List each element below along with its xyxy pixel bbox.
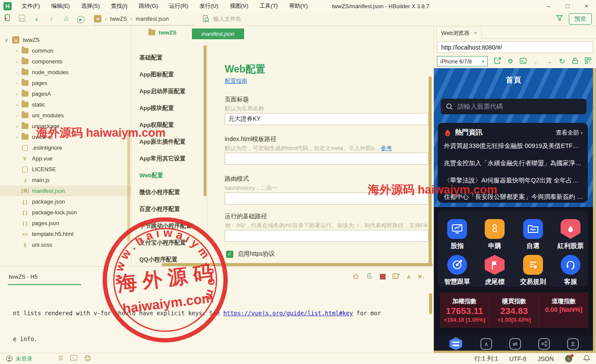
tree-item-components[interactable]: ›components [0, 56, 131, 67]
tree-item-node-modules[interactable]: ›node_modules [0, 67, 131, 78]
section-web-config[interactable]: Web配置 [139, 172, 163, 179]
menu-help[interactable]: 帮助(Y) [283, 0, 313, 12]
tree-item-uni-scss[interactable]: §uni.scss [0, 239, 131, 250]
tree-item-uview-ui[interactable]: ›uview-ui [0, 132, 131, 142]
update-download-icon[interactable]: ↓ [565, 355, 572, 362]
form-scrollbar[interactable] [429, 76, 432, 279]
minimize-button[interactable]: – [539, 0, 558, 12]
news-item[interactable]: 兆豐金控加入「永續金融先行者聯盟」為國家淨零轉... [444, 159, 583, 167]
unlock-icon[interactable] [568, 57, 581, 65]
index-otc[interactable]: 櫃買指數 234.83 +1.00[0.43%] [489, 292, 539, 328]
grid-item-smart-follow[interactable]: 智慧跟單 [438, 255, 477, 286]
tree-item-package-lock-json[interactable]: [ ]package-lock.json [0, 207, 131, 218]
section-weixin-mp[interactable]: 微信小程序配置 [139, 188, 180, 196]
star-icon[interactable]: ☆ [59, 14, 73, 23]
section-app-splash[interactable]: App启动界面配置 [139, 88, 185, 95]
tree-item-pagesA[interactable]: ›pagesA [0, 88, 131, 99]
grid-item-dividend-stocks[interactable]: 紅利股票 [551, 219, 590, 250]
checkbox-checked-icon[interactable]: ✓ [226, 251, 233, 258]
chevron-right-icon[interactable]: › [14, 102, 20, 108]
preview-button[interactable]: 预览 [569, 13, 592, 25]
tree-item-license[interactable]: LICENSE [0, 164, 131, 175]
section-qq-mp[interactable]: QQ小程序配置 [139, 256, 178, 264]
news-item[interactable]: 〈華擎法說〉AI伺服器最快明年Q2出貨 全年占伺服... [444, 176, 583, 185]
breadcrumb-file[interactable]: manifest.json [136, 16, 169, 22]
web-clip-icon[interactable] [84, 355, 91, 363]
page-title-input[interactable] [225, 113, 429, 125]
device-selector[interactable]: iPhone 6/7/8▾ [437, 56, 488, 66]
close-panel-icon[interactable]: ✕↓ [418, 273, 425, 280]
chevron-right-icon[interactable]: › [14, 80, 20, 86]
tab-manifest-json[interactable]: manifest.json [192, 28, 244, 39]
menu-publish[interactable]: 发行(U) [194, 0, 224, 12]
outline-list-icon[interactable]: ☰ [58, 355, 63, 363]
tree-item-pages-json[interactable]: [ ]pages.json [0, 218, 131, 229]
chevron-right-icon[interactable]: › [14, 59, 20, 65]
chevron-right-icon[interactable]: › [14, 48, 20, 54]
https-checkbox-row[interactable]: ✓ 启用https协议 [226, 250, 275, 258]
menu-run[interactable]: 运行(R) [163, 0, 194, 12]
section-alipay-mp[interactable]: 支付宝小程序配置 [139, 239, 186, 247]
tree-item-common[interactable]: ›common [0, 45, 131, 56]
debug-bug-icon[interactable] [352, 273, 359, 281]
chevron-right-icon[interactable]: › [14, 113, 20, 119]
section-basic[interactable]: 基础配置 [139, 54, 163, 62]
grid-item-subscribe[interactable]: 申購 [475, 219, 514, 250]
new-file-icon[interactable] [0, 14, 15, 23]
filter-icon[interactable] [556, 15, 563, 22]
menu-select[interactable]: 选择(S) [75, 0, 105, 12]
menu-file[interactable]: 文件(F) [16, 0, 46, 12]
grid-item-customer-service[interactable]: 客服 [551, 255, 590, 286]
menu-find[interactable]: 查找(I) [105, 0, 133, 12]
stock-search-bar[interactable]: 請輸入股票代碼 [441, 99, 587, 114]
tab-trade-icon[interactable]: ⇄ [509, 338, 521, 350]
router-mode-input[interactable] [225, 192, 429, 204]
chevron-right-icon[interactable]: › [14, 91, 20, 97]
index-dow[interactable]: 道瓊指數 0.00 [NaN%] [539, 292, 588, 328]
view-all-link[interactable]: 查看全部 › [556, 129, 583, 137]
tree-item-eslintignore[interactable]: .eslintignore [0, 142, 131, 153]
forward-icon[interactable]: › [44, 14, 59, 24]
open-external-icon[interactable] [491, 57, 504, 65]
browser-tab[interactable]: Web浏览器× [436, 27, 482, 39]
tree-item-static[interactable]: ›static [0, 99, 131, 110]
tree-root-twwzs[interactable]: ∨utwwZS [0, 35, 131, 45]
chevron-right-icon[interactable]: › [14, 69, 20, 75]
menu-edit[interactable]: 编辑(E) [46, 0, 75, 12]
breadcrumb-project[interactable]: twwZS [110, 16, 127, 22]
reload-icon[interactable]: ↻ [555, 57, 568, 66]
tree-item-template-h5-html[interactable]: <>template.h5.html [0, 229, 131, 239]
encoding-indicator[interactable]: UTF-8 [509, 355, 527, 362]
menu-view[interactable]: 视图(V) [224, 0, 254, 12]
chevron-right-icon[interactable]: › [14, 134, 20, 140]
menu-tools[interactable]: 工具(T) [254, 0, 284, 12]
tree-scrollbar[interactable] [127, 129, 130, 242]
filetype-indicator[interactable]: JSON [538, 355, 554, 362]
devtools-console-icon[interactable] [517, 58, 530, 65]
tree-item-manifest-json[interactable]: [⚙]manifest.json [0, 185, 131, 196]
config-guide-link[interactable]: 配置指南 [225, 77, 247, 85]
grid-item-watchlist[interactable]: 自選 [514, 219, 552, 250]
bell-icon[interactable] [583, 355, 590, 363]
file-search-input[interactable] [213, 16, 394, 22]
console-scrollbar[interactable] [429, 293, 432, 314]
back-icon[interactable]: ‹ [29, 14, 44, 24]
news-item[interactable]: 住都中心「長安段公辦都更案」今與潤泰新簽約 預計... [444, 193, 583, 201]
menu-goto[interactable]: 跳转(G) [133, 0, 164, 12]
run-icon[interactable]: ▶ [73, 15, 88, 23]
tab-profile-icon[interactable] [567, 338, 579, 350]
index-taiex[interactable]: 加權指數 17653.11 +184.18 [1.05%] [440, 292, 489, 328]
browser-vscrollbar[interactable] [593, 68, 596, 353]
reference-link[interactable]: 参考 [381, 145, 392, 151]
tab-market-icon[interactable]: ∧ [480, 338, 492, 350]
terminal-icon[interactable]: >_ [70, 355, 77, 361]
tree-item-main-js[interactable]: Jmain.js [0, 175, 131, 185]
tab-home-icon[interactable] [449, 337, 463, 350]
close-tab-icon[interactable]: × [474, 30, 477, 36]
log-settings-icon[interactable] [392, 273, 400, 281]
login-status[interactable]: 未登录 [6, 355, 32, 363]
tree-item-package-json[interactable]: [ ]package.json [0, 196, 131, 207]
section-app-native-plugins[interactable]: App原生插件配置 [139, 138, 185, 146]
console-tab[interactable]: twwZS - H5 [9, 273, 38, 280]
tree-item-pages[interactable]: ›pages [0, 78, 131, 88]
